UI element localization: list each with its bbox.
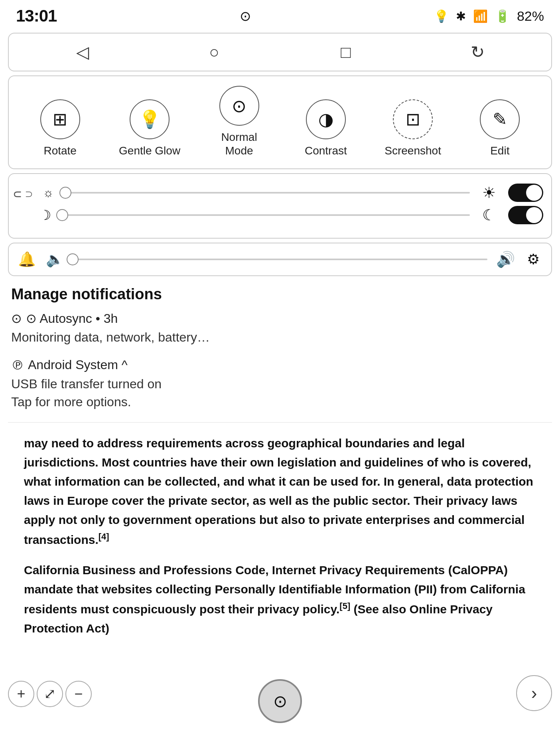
warmth-high-icon: ☾ (477, 206, 501, 224)
battery-icon: 🔋 (495, 9, 510, 23)
rotate-icon: ⊞ (40, 99, 80, 139)
android-system-icon: ℗ (11, 358, 24, 373)
recents-button[interactable]: □ (330, 43, 362, 62)
zoom-out-button[interactable]: − (65, 681, 92, 707)
autosync-notification[interactable]: ⊙ ⊙ Autosync • 3h Monitoring data, netwo… (11, 311, 549, 346)
edit-label: Edit (490, 144, 509, 158)
speaker-low-icon: 🔈 (45, 251, 65, 268)
normal-mode-icon: ⊙ (219, 86, 259, 126)
zoom-controls: + ⤢ − (8, 681, 92, 707)
zoom-expand-button[interactable]: ⤢ (37, 681, 63, 707)
article-para-1: may need to address requirements across … (24, 434, 536, 549)
equalizer-icon[interactable]: ⚙ (523, 251, 543, 268)
article-section: may need to address requirements across … (8, 422, 552, 660)
bulb-icon: 💡 (434, 9, 449, 23)
speaker-high-icon: 🔊 (495, 251, 515, 268)
bluetooth-icon: ✱ (456, 9, 466, 23)
autosync-icon: ⊙ (240, 8, 251, 24)
autosync-header: ⊙ ⊙ Autosync • 3h (11, 311, 549, 326)
android-system-body: USB file transfer turned on Tap for more… (11, 375, 549, 411)
gentle-glow-button[interactable]: 💡 Gentle Glow (119, 99, 180, 158)
nav-bar: ◁ ○ □ ↻ (8, 33, 552, 71)
warmth-low-icon: ☽ (35, 207, 55, 223)
tap-options-line: Tap for more options. (11, 393, 549, 411)
contrast-button[interactable]: ◑ Contrast (298, 99, 354, 158)
status-icons: 💡 ✱ 📶 🔋 82% (434, 8, 544, 24)
rotate-label: Rotate (43, 144, 77, 158)
display-controls: ⊞ Rotate 💡 Gentle Glow ⊙ NormalMode ◑ Co… (8, 75, 552, 169)
normal-mode-label: NormalMode (221, 130, 257, 157)
autosync-icon: ⊙ (11, 311, 22, 326)
edit-button[interactable]: ✎ Edit (472, 99, 528, 158)
wifi-icon: 📶 (473, 9, 488, 23)
brightness-high-icon: ☀ (477, 184, 501, 202)
refresh-button[interactable]: ↻ (461, 42, 493, 62)
screenshot-icon: ⊡ (393, 99, 433, 139)
screenshot-label: Screenshot (385, 144, 441, 158)
autosync-body: Monitoring data, network, battery… (11, 328, 549, 346)
usb-transfer-line: USB file transfer turned on (11, 375, 549, 393)
battery-percent: 82% (517, 8, 544, 24)
nap-icon: ∩∪ (17, 190, 31, 196)
screenshot-button[interactable]: ⊡ Screenshot (385, 99, 441, 158)
brightness-toggle-knob (526, 185, 542, 201)
brightness-row: ∩∪ ☼ ☀ (17, 184, 543, 202)
contrast-icon: ◑ (306, 99, 346, 139)
home-button[interactable]: ○ (198, 43, 230, 62)
footnote-5: [5] (339, 601, 350, 611)
spinning-overlay-icon: ⊙ (258, 679, 302, 723)
back-button[interactable]: ◁ (67, 42, 99, 62)
article-para-2: California Business and Professions Code… (24, 561, 536, 638)
sliders-panel: ∩∪ ☼ ☀ ☽ ☾ (8, 173, 552, 239)
android-system-header: ℗ Android System ^ (11, 358, 549, 373)
edit-icon: ✎ (480, 99, 520, 139)
warmth-slider[interactable] (62, 214, 470, 216)
footnote-4: [4] (99, 532, 109, 541)
gentle-glow-label: Gentle Glow (119, 144, 180, 158)
brightness-low-icon: ☼ (38, 186, 58, 200)
android-system-notification[interactable]: ℗ Android System ^ USB file transfer tur… (11, 358, 549, 411)
volume-slider[interactable] (73, 259, 487, 260)
display-icons-row: ⊞ Rotate 💡 Gentle Glow ⊙ NormalMode ◑ Co… (17, 86, 543, 157)
status-time: 13:01 (16, 6, 57, 26)
warmth-toggle[interactable] (508, 206, 543, 224)
normal-mode-button[interactable]: ⊙ NormalMode (211, 86, 267, 157)
status-bar: 13:01 ⊙ 💡 ✱ 📶 🔋 82% (0, 0, 560, 29)
volume-row: 🔔 🔈 🔊 ⚙ (17, 251, 543, 268)
warmth-toggle-knob (526, 207, 542, 223)
volume-panel: 🔔 🔈 🔊 ⚙ (8, 243, 552, 276)
gentle-glow-icon: 💡 (130, 99, 170, 139)
rotate-button[interactable]: ⊞ Rotate (32, 99, 88, 158)
next-page-button[interactable]: › (516, 675, 552, 711)
zoom-in-button[interactable]: + (8, 681, 34, 707)
manage-notifications-title: Manage notifications (11, 286, 549, 303)
contrast-label: Contrast (305, 144, 347, 158)
brightness-toggle[interactable] (508, 184, 543, 202)
warmth-row: ☽ ☾ (17, 206, 543, 224)
bell-icon: 🔔 (17, 251, 37, 268)
brightness-slider[interactable] (65, 192, 470, 194)
